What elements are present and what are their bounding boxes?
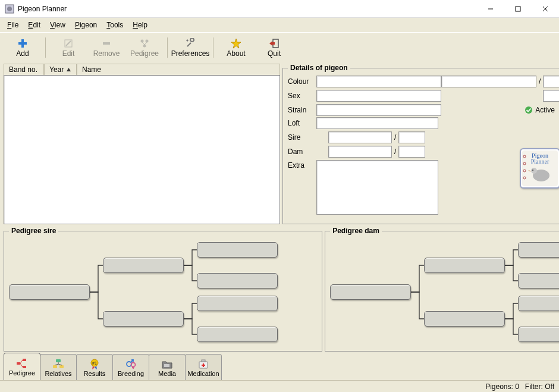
svg-rect-32 [23, 359, 26, 361]
check-circle-icon [525, 106, 533, 114]
star-icon [231, 37, 241, 49]
pedigree-node[interactable] [197, 273, 278, 288]
menu-file[interactable]: File [2, 19, 23, 31]
dam-year-field[interactable] [398, 146, 425, 158]
svg-line-41 [58, 364, 62, 365]
tab-relatives[interactable]: Relatives [40, 354, 77, 380]
label-dam: Dam [288, 148, 316, 156]
edit-button: Edit [49, 35, 87, 60]
band-field[interactable] [441, 76, 536, 87]
relatives-icon [52, 358, 64, 370]
pedigree-dam-legend: Pedigree dam [330, 227, 382, 235]
menu-view[interactable]: View [45, 19, 70, 31]
pencil-icon [63, 37, 74, 49]
svg-line-35 [20, 363, 23, 367]
folder-icon [161, 358, 173, 370]
pedigree-node[interactable] [518, 327, 559, 342]
strain-field[interactable] [316, 104, 441, 116]
menu-pigeon[interactable]: Pigeon [70, 19, 102, 31]
colour-field[interactable] [316, 76, 441, 87]
column-year[interactable]: Year [44, 64, 77, 75]
svg-point-1 [7, 7, 12, 11]
svg-line-34 [20, 360, 23, 363]
pigeon-photo-placeholder[interactable]: Pigeon Planner [441, 117, 559, 219]
svg-text:#1: #1 [92, 361, 97, 365]
list-column-headers: Band no. Year Name [4, 64, 280, 75]
pedigree-node[interactable] [103, 258, 184, 273]
name-field[interactable] [543, 90, 559, 102]
pedigree-button: Pedigree [125, 35, 164, 60]
slash-label: / [536, 77, 543, 86]
svg-rect-3 [516, 7, 520, 11]
pedigree-node[interactable] [424, 258, 505, 273]
gender-icon [125, 358, 137, 370]
tab-pedigree[interactable]: Pedigree [4, 353, 40, 380]
label-sex: Sex [288, 92, 316, 100]
app-title: Pigeon Planner [18, 5, 67, 13]
pedigree-icon [16, 357, 28, 369]
status-bar: Pigeons: 0 Filter: Off [0, 380, 559, 392]
preferences-button[interactable]: Preferences [171, 35, 209, 60]
band-year-field[interactable] [543, 76, 559, 87]
pedigree-node[interactable] [330, 284, 411, 300]
details-fieldset: Details of pigeon Colour / Sex Strain Ac… [282, 64, 559, 224]
pedigree-node[interactable] [518, 296, 559, 311]
svg-rect-31 [17, 362, 20, 365]
svg-rect-37 [53, 365, 57, 368]
svg-rect-51 [164, 364, 169, 367]
loft-field[interactable] [316, 117, 438, 129]
column-band-no[interactable]: Band no. [4, 64, 44, 75]
medkit-icon [197, 358, 209, 370]
menu-tools[interactable]: Tools [102, 19, 128, 31]
menu-help[interactable]: Help [128, 19, 152, 31]
status-pigeons: Pigeons: 0 [485, 382, 519, 391]
tab-medication[interactable]: Medication [185, 354, 222, 380]
active-status: Active [487, 106, 559, 114]
menubar: File Edit View Pigeon Tools Help [0, 18, 559, 32]
svg-text:Planner: Planner [530, 158, 549, 165]
close-button[interactable] [532, 0, 559, 18]
remove-button: Remove [87, 35, 125, 60]
maximize-button[interactable] [504, 0, 532, 18]
pigeon-list-body[interactable] [4, 75, 280, 224]
about-button[interactable]: About [217, 35, 255, 60]
pedigree-node[interactable] [424, 311, 505, 327]
svg-marker-19 [67, 68, 71, 71]
quit-button[interactable]: Quit [255, 35, 293, 60]
svg-point-12 [146, 40, 149, 43]
sire-year-field[interactable] [398, 131, 425, 143]
pedigree-sire-legend: Pedigree sire [9, 227, 58, 235]
pedigree-node[interactable] [9, 284, 90, 300]
svg-marker-18 [269, 41, 275, 46]
svg-point-26 [532, 170, 533, 171]
rosette-icon: #1 [89, 358, 101, 370]
minimize-button[interactable] [477, 0, 504, 18]
pigeon-list-panel: Band no. Year Name [4, 64, 280, 224]
pedigree-node[interactable] [518, 273, 559, 288]
pedigree-node[interactable] [103, 311, 184, 327]
add-button[interactable]: Add [4, 35, 42, 60]
svg-line-40 [55, 364, 58, 365]
pedigree-sire-fieldset: Pedigree sire [4, 227, 322, 352]
tab-results[interactable]: #1 Results [76, 354, 113, 380]
pedigree-node[interactable] [197, 327, 278, 342]
svg-marker-16 [231, 39, 241, 48]
dam-band-field[interactable] [328, 146, 392, 158]
pedigree-node[interactable] [518, 242, 559, 258]
menu-edit[interactable]: Edit [23, 19, 45, 31]
pedigree-dam-tree [330, 241, 559, 343]
sex-field[interactable] [316, 90, 441, 102]
tab-media[interactable]: Media [149, 354, 186, 380]
extra-field[interactable] [316, 160, 438, 215]
column-name[interactable]: Name [77, 64, 280, 75]
sire-band-field[interactable] [328, 131, 392, 143]
label-colour: Colour [288, 77, 316, 86]
titlebar: Pigeon Planner [0, 0, 559, 18]
svg-line-14 [142, 42, 145, 45]
svg-rect-33 [23, 366, 26, 368]
svg-line-9 [66, 41, 71, 46]
tab-breeding[interactable]: Breeding [112, 354, 149, 380]
pedigree-node[interactable] [197, 296, 278, 311]
pedigree-node[interactable] [197, 242, 278, 258]
toolbar: Add Edit Remove Pedigree Preferences Abo… [0, 32, 559, 61]
